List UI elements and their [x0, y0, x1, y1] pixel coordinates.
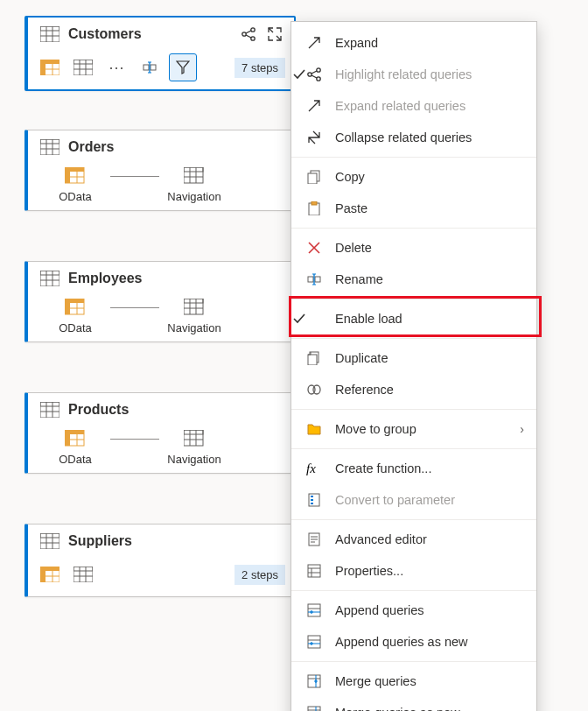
- menu-rename[interactable]: Rename: [291, 264, 536, 295]
- query-card-suppliers[interactable]: Suppliers 2 steps: [24, 524, 295, 597]
- menu-paste[interactable]: Paste: [291, 193, 536, 224]
- context-menu: Expand Highlight related queries Expand …: [290, 21, 537, 711]
- properties-icon: [304, 564, 325, 578]
- menu-separator: [291, 448, 536, 449]
- query-title: Suppliers: [68, 533, 132, 549]
- menu-enable-load[interactable]: Enable load: [291, 303, 536, 334]
- query-title: Customers: [68, 26, 142, 42]
- menu-separator: [291, 409, 536, 410]
- table-icon: [40, 26, 60, 42]
- menu-append-queries-new[interactable]: Append queries as new: [291, 626, 536, 658]
- menu-highlight-related[interactable]: Highlight related queries: [291, 59, 536, 90]
- duplicate-icon: [304, 351, 325, 365]
- menu-separator: [291, 519, 536, 520]
- menu-append-queries[interactable]: Append queries: [291, 595, 536, 626]
- flow-connector: [110, 439, 159, 440]
- steps-badge[interactable]: 7 steps: [234, 58, 285, 78]
- step-odata[interactable]: OData: [40, 299, 110, 334]
- parameter-icon: [304, 493, 325, 507]
- table-grey-icon[interactable]: [70, 54, 96, 81]
- menu-separator: [291, 590, 536, 591]
- menu-collapse-related[interactable]: Collapse related queries: [291, 122, 536, 153]
- menu-merge-queries-new[interactable]: Merge queries as new: [291, 697, 536, 711]
- append-icon: [304, 635, 325, 649]
- step-navigation[interactable]: Navigation: [159, 167, 229, 203]
- step-navigation[interactable]: Navigation: [159, 430, 229, 466]
- merge-icon: [304, 674, 325, 688]
- related-icon[interactable]: [242, 27, 256, 41]
- query-title: Orders: [68, 139, 114, 155]
- menu-duplicate[interactable]: Duplicate: [291, 342, 536, 374]
- flow-connector: [110, 176, 159, 177]
- step-odata[interactable]: OData: [40, 167, 110, 203]
- menu-separator: [291, 157, 536, 158]
- menu-reference[interactable]: Reference: [291, 374, 536, 405]
- delete-icon: [304, 241, 325, 255]
- reference-icon: [304, 383, 325, 397]
- step-odata[interactable]: OData: [40, 430, 110, 466]
- merge-icon: [304, 706, 325, 711]
- table-icon: [40, 139, 60, 155]
- expand-icon: [304, 99, 325, 113]
- menu-separator: [291, 228, 536, 229]
- menu-properties[interactable]: Properties...: [291, 555, 536, 587]
- editor-icon: [304, 532, 325, 546]
- menu-move-to-group[interactable]: Move to group ›: [291, 413, 536, 445]
- query-title: Products: [68, 402, 129, 418]
- query-title: Employees: [68, 271, 142, 286]
- menu-advanced-editor[interactable]: Advanced editor: [291, 524, 536, 555]
- menu-separator: [291, 299, 536, 299]
- filter-icon[interactable]: [170, 54, 196, 81]
- menu-copy[interactable]: Copy: [291, 161, 536, 193]
- table-orange-icon[interactable]: [37, 54, 63, 81]
- more-icon[interactable]: ⋯: [103, 54, 130, 81]
- query-card-products[interactable]: Products OData Navigation: [24, 392, 295, 474]
- rename-icon[interactable]: [136, 54, 163, 81]
- rename-icon: [304, 272, 325, 286]
- expand-icon: [304, 36, 325, 50]
- menu-convert-to-parameter[interactable]: Convert to parameter: [291, 484, 536, 516]
- chevron-right-icon: ›: [520, 422, 524, 436]
- table-icon: [40, 533, 60, 549]
- table-icon: [40, 271, 60, 286]
- table-icon: [40, 402, 60, 418]
- table-orange-icon[interactable]: [37, 561, 63, 588]
- fx-icon: [304, 461, 325, 475]
- copy-icon: [304, 170, 325, 184]
- collapse-icon: [304, 130, 325, 144]
- menu-delete[interactable]: Delete: [291, 232, 536, 264]
- menu-separator: [291, 661, 536, 662]
- menu-merge-queries[interactable]: Merge queries: [291, 665, 536, 697]
- step-navigation[interactable]: Navigation: [159, 299, 229, 334]
- append-icon: [304, 603, 325, 617]
- steps-badge[interactable]: 2 steps: [234, 565, 285, 585]
- query-card-employees[interactable]: Employees OData Navigation: [24, 261, 295, 342]
- menu-create-function[interactable]: Create function...: [291, 453, 536, 484]
- expand-icon[interactable]: [268, 27, 282, 41]
- check-icon: [286, 312, 312, 326]
- table-grey-icon[interactable]: [70, 561, 96, 588]
- query-card-orders[interactable]: Orders OData Navigation: [24, 130, 295, 211]
- menu-separator: [291, 338, 536, 339]
- paste-icon: [304, 201, 325, 215]
- menu-expand-related[interactable]: Expand related queries: [291, 90, 536, 122]
- menu-expand[interactable]: Expand: [291, 27, 536, 59]
- query-card-customers[interactable]: Customers ⋯ 7 steps: [24, 16, 296, 91]
- folder-icon: [304, 422, 325, 436]
- check-icon: [286, 67, 312, 81]
- flow-connector: [110, 307, 159, 308]
